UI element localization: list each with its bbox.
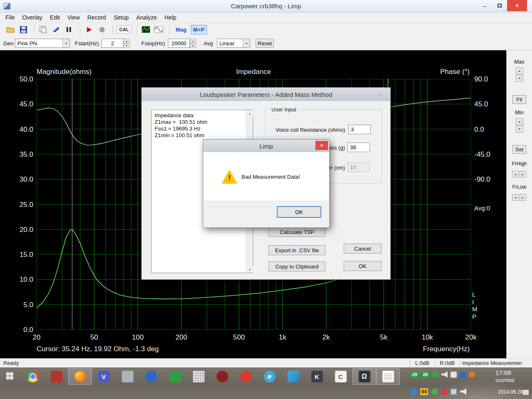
tray-badge[interactable]: 29: [411, 371, 419, 378]
menu-edit[interactable]: Edit: [46, 13, 64, 22]
menu-view[interactable]: View: [64, 13, 84, 22]
frlow-left-button[interactable]: ◄: [512, 194, 519, 201]
tray-orange-icon[interactable]: [469, 372, 475, 378]
voice-coil-resistance-input[interactable]: [348, 125, 371, 134]
taskbar-app-mail[interactable]: [44, 368, 68, 385]
taskbar-app-firefox[interactable]: [68, 368, 92, 385]
taskbar-app-chrome[interactable]: [21, 368, 44, 385]
chevron-down-icon[interactable]: ▼: [62, 39, 69, 47]
spectrum-button[interactable]: [140, 25, 151, 34]
max-up-button[interactable]: ▲: [516, 67, 523, 74]
tray-green-icon[interactable]: [432, 372, 438, 378]
menu-file[interactable]: File: [2, 13, 19, 22]
show-desktop-icon[interactable]: [523, 390, 529, 395]
dialog-close-button[interactable]: ×: [374, 90, 387, 99]
copy-button[interactable]: [38, 25, 49, 34]
taskbar-app-thunderbird[interactable]: [139, 368, 163, 385]
dialog-titlebar[interactable]: Loudspeaker Parameters - Added Mass Meth…: [142, 88, 390, 101]
taskbar-app-media[interactable]: [281, 368, 305, 385]
cancel-button[interactable]: Cancel: [344, 244, 382, 254]
fstop-spinner[interactable]: ▲▼: [168, 39, 196, 48]
taskbar-app-kmplayer[interactable]: K: [305, 368, 329, 385]
close-button[interactable]: ×: [507, 0, 527, 11]
start-button[interactable]: [0, 367, 20, 385]
taskbar-app-green-app[interactable]: [163, 368, 187, 385]
msgbox-close-button[interactable]: ×: [315, 141, 328, 150]
taskbar-app-notepad[interactable]: [376, 368, 400, 385]
msgbox-titlebar[interactable]: Limp ×: [203, 140, 329, 152]
status-right-level: R:0dB: [436, 360, 459, 366]
maximize-button[interactable]: [492, 0, 507, 11]
magnitude-tick-label: 40.0: [12, 126, 33, 134]
copy-clipboard-button[interactable]: Copy to Clipboard: [268, 261, 325, 271]
fstop-input[interactable]: [168, 39, 190, 48]
menu-record[interactable]: Record: [84, 13, 110, 22]
spin-up-icon[interactable]: ▲: [190, 39, 196, 43]
tray-white-icon[interactable]: [451, 372, 457, 378]
fstart-input[interactable]: [101, 39, 123, 48]
pause-button[interactable]: [64, 25, 74, 34]
taskbar-app-c-app[interactable]: C: [329, 368, 352, 385]
set-button[interactable]: Set: [512, 145, 526, 154]
min-down-button[interactable]: ▼: [516, 126, 523, 133]
open-button[interactable]: [5, 25, 16, 34]
taskbar-app-limp[interactable]: Ω: [352, 368, 376, 385]
tray-key-icon[interactable]: [411, 389, 417, 395]
record-play-button[interactable]: [84, 25, 94, 34]
min-up-button[interactable]: ▲: [516, 118, 523, 125]
tray-badge[interactable]: 64: [420, 388, 428, 395]
menu-analyze[interactable]: Analyze: [133, 13, 161, 22]
magnitude-phase-view-button[interactable]: M+P: [191, 25, 207, 34]
taskbar-app-keyboard[interactable]: [187, 368, 210, 385]
minimize-button[interactable]: –: [477, 0, 492, 11]
status-ready: Ready: [3, 360, 19, 366]
save-button[interactable]: [18, 25, 29, 34]
marker-button[interactable]: [51, 25, 62, 34]
membrane-diameter-input: [347, 163, 370, 172]
taskbar-app-v-app[interactable]: V: [92, 368, 116, 385]
msgbox-ok-button[interactable]: OK: [277, 206, 321, 218]
fit-button[interactable]: Fit: [512, 95, 526, 104]
frhigh-right-button[interactable]: ►: [520, 171, 526, 177]
fstart-spinner[interactable]: ▲▼: [101, 39, 130, 48]
magnitude-view-button[interactable]: Mag: [173, 25, 189, 34]
spin-down-icon[interactable]: ▼: [123, 43, 130, 48]
tray-speaker2-icon[interactable]: [460, 389, 466, 395]
scroll-up-icon[interactable]: ▲: [246, 110, 253, 117]
chevron-down-icon[interactable]: ▼: [243, 39, 250, 47]
taskbar-app-dark-red[interactable]: [210, 368, 234, 385]
calibrate-button[interactable]: CAL: [116, 25, 132, 34]
calculate-tsp-button[interactable]: Calculate TSP: [268, 227, 325, 237]
menu-help[interactable]: Help: [161, 13, 180, 22]
tray-display-icon[interactable]: [451, 389, 457, 395]
toolbar-separator: [137, 25, 137, 34]
signal-generator-button[interactable]: [153, 25, 164, 34]
tray-leaf-icon[interactable]: [431, 389, 438, 395]
export-csv-button[interactable]: Export in .CSV file: [268, 245, 325, 255]
tray-red-icon[interactable]: [441, 389, 447, 395]
dialog-ok-button[interactable]: OK: [344, 261, 382, 271]
menu-setup[interactable]: Setup: [110, 13, 133, 22]
spin-down-icon[interactable]: ▼: [190, 43, 196, 48]
scroll-down-icon[interactable]: ▼: [246, 266, 253, 273]
taskbar-app-red-swirl[interactable]: [234, 368, 258, 385]
tray-speaker-icon[interactable]: [441, 372, 448, 378]
frhigh-left-button[interactable]: ◄: [512, 171, 519, 177]
taskbar-app-ie[interactable]: e: [258, 368, 281, 385]
generator-type-select[interactable]: Pink PN ▼: [15, 39, 70, 48]
max-down-button[interactable]: ▼: [516, 75, 523, 82]
tray-blue-icon[interactable]: [460, 372, 466, 378]
taskbar-clock[interactable]: 17:08 szombat: [495, 369, 522, 383]
dialog-title: Loudspeaker Parameters - Added Mass Meth…: [200, 91, 332, 98]
record-stop-button[interactable]: [96, 25, 107, 34]
avg-select[interactable]: Linear ▼: [217, 39, 250, 48]
spin-up-icon[interactable]: ▲: [123, 39, 130, 43]
frlow-right-button[interactable]: ►: [520, 194, 526, 201]
reset-button[interactable]: Reset: [256, 39, 274, 48]
v-app-icon: V: [98, 371, 110, 382]
menu-overlay[interactable]: Overlay: [19, 13, 46, 22]
added-mass-input[interactable]: [347, 143, 370, 152]
tray-badge[interactable]: 26: [421, 371, 429, 378]
taskbar-app-gray-app[interactable]: [116, 368, 139, 385]
kmplayer-icon: K: [311, 371, 323, 382]
